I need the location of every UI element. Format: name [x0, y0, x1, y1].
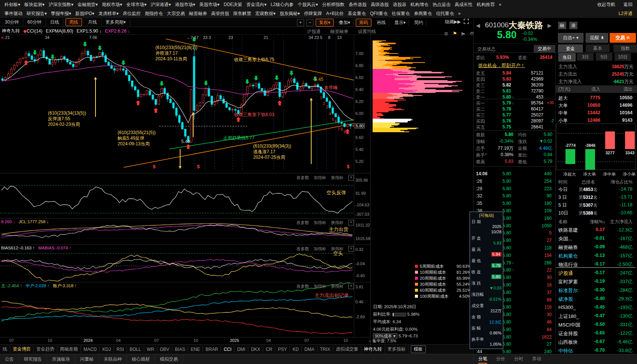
panel-tool-改参数[interactable]: 改参数 — [297, 283, 309, 289]
nav-item[interactable]: 龙虎榜单▾ — [98, 10, 119, 17]
indicator-tab-CCI[interactable]: CCI — [221, 346, 234, 353]
sector-name[interactable]: HS300_ — [558, 304, 576, 310]
tab-资金[interactable]: 资金 — [558, 45, 583, 53]
fund-battle-panel[interactable] — [0, 282, 354, 337]
period-tab-30分钟[interactable]: 30分钟 — [1, 18, 23, 26]
nav-item[interactable]: 热点追击 — [433, 1, 451, 8]
panel-tool-加指标[interactable]: 加指标 — [314, 246, 326, 252]
indicator-tab-KD[interactable]: KD — [290, 346, 302, 353]
add-watchlist-button[interactable]: 自选+ ▾ — [558, 33, 583, 43]
panel-tool-改参数[interactable]: 改参数 — [297, 246, 309, 252]
indicator-tab-虚拟成交量[interactable]: 虚拟成交量 — [333, 345, 361, 353]
indicator-tab-模板[interactable]: 模板 — [411, 345, 426, 353]
close-panel-icon[interactable]: × — [348, 246, 354, 252]
nav-item[interactable]: 宏观数据▾ — [255, 10, 276, 17]
period-tab-60分钟[interactable]: 60分钟 — [23, 18, 46, 26]
indicator-tab-PSY[interactable]: PSY — [275, 346, 290, 353]
panel-tool-加指标[interactable]: 加指标 — [314, 283, 326, 289]
sector-col-header[interactable]: 涨幅%↓ — [590, 219, 605, 225]
period-tab-周线[interactable]: 周线 — [66, 18, 82, 26]
panel-tool-改参数[interactable]: 改参数 — [297, 220, 309, 225]
indicator-tab-更多指标[interactable]: 更多指标 — [385, 345, 409, 353]
overlay-link[interactable]: 融资融券 — [330, 28, 348, 35]
nav-item[interactable]: DDE决策 — [224, 1, 242, 8]
nav-item[interactable]: 科创板▾ — [4, 1, 20, 8]
nav-item[interactable]: 停牌复牌 — [304, 10, 322, 17]
period-tab-月线[interactable]: 月线 — [84, 18, 101, 26]
indicator-tab-神奇九转[interactable]: 神奇九转 — [361, 345, 385, 353]
l2-open-link[interactable]: L2开通 — [619, 10, 633, 17]
level-price[interactable]: 5.83 — [490, 76, 511, 82]
nav-item[interactable]: 金融期货▾ — [78, 1, 98, 8]
orderbook-level[interactable]: 卖二 — [476, 88, 485, 95]
indicator-tab-DMI[interactable]: DMI — [234, 346, 248, 353]
overlay-link[interactable]: 沪股通 — [307, 28, 321, 35]
close-panel-icon[interactable]: × — [348, 220, 354, 225]
indicator-tab-DKX[interactable]: DKX — [248, 346, 263, 353]
sector-name[interactable]: 证金持股 — [558, 330, 578, 337]
nav-item[interactable]: 选股器 — [393, 1, 406, 8]
indicator-tab-BRAR[interactable]: BRAR — [203, 346, 221, 353]
bottom-tab-研究报告[interactable]: 研究报告 — [19, 355, 47, 364]
nav-item[interactable]: 条件选股 — [349, 1, 367, 8]
close-panel-icon[interactable]: × — [348, 175, 354, 181]
next-stock-icon[interactable]: ▶ — [547, 22, 552, 28]
nav-item[interactable]: 券商重仓 — [414, 10, 432, 17]
nav-item[interactable]: 沪深京指数▾ — [49, 1, 73, 8]
nav-item[interactable]: 基金重仓 — [348, 10, 366, 17]
indicator-tab-ENE[interactable]: ENE — [188, 346, 203, 353]
nav-item[interactable]: 信托重仓 — [436, 10, 454, 17]
nav-item[interactable]: 机构推荐 — [477, 1, 495, 8]
nav-item[interactable]: 社保重仓 — [392, 10, 410, 17]
zoom-in-button[interactable]: + — [297, 19, 304, 26]
bottom-tab-公告[interactable]: 公告 — [0, 355, 19, 364]
tick-tab-分笔[interactable]: 分笔 — [478, 356, 487, 364]
panel-tool-换指标[interactable]: 换指标 — [331, 220, 343, 225]
nav-item[interactable]: 收起导航 — [597, 1, 615, 8]
nav-item[interactable]: » — [499, 2, 501, 7]
bottom-tab-问董秘[interactable]: 问董秘 — [75, 355, 99, 364]
panel-tool-换指标[interactable]: 换指标 — [331, 283, 343, 289]
orderbook-level[interactable]: 买三 — [476, 112, 485, 119]
nav-item[interactable]: 股东揭秘▾ — [280, 10, 300, 17]
level-price[interactable]: 5.75 — [490, 124, 511, 130]
nav-item[interactable]: 新股IPO▾ — [75, 10, 94, 17]
orderbook-level[interactable]: 买二 — [476, 106, 485, 113]
nav-item[interactable]: 研究报告▾ — [27, 10, 47, 17]
tab-指数[interactable]: 指数 — [613, 45, 637, 52]
nav-item[interactable]: 大宗交易 — [167, 10, 185, 17]
sector-name[interactable]: 富时罗素 — [558, 279, 578, 285]
nav-item[interactable]: 限售解禁 — [233, 10, 251, 17]
level-price[interactable]: 5.82 — [490, 82, 511, 88]
sector-name[interactable]: 破净股 — [558, 296, 573, 303]
indicator-tab-BOLL[interactable]: BOLL — [127, 346, 144, 353]
orderbook-level[interactable]: 卖三 — [476, 82, 485, 89]
toolbar-button[interactable]: 显示▾ — [391, 19, 409, 26]
nav-item[interactable]: 融资融券 — [189, 10, 207, 17]
nav-item[interactable]: 板块监测▾ — [24, 1, 45, 8]
orderbook-level[interactable]: 买一 — [476, 100, 485, 107]
nav-item[interactable]: 沪深港通▾ — [151, 1, 171, 8]
indicator-tab-资金趋势[interactable]: 资金趋势 — [34, 345, 57, 353]
bottom-tab-所属板块[interactable]: 所属板块 — [47, 355, 75, 364]
open-account-link[interactable]: 抓住机会，即刻开户！ — [478, 63, 525, 69]
bottom-tab-模拟交易[interactable]: 模拟交易 — [155, 355, 183, 364]
hide-button[interactable]: 隐藏▶▶ — [445, 19, 461, 25]
orderbook-level[interactable]: 买五 — [476, 124, 485, 131]
nav-item[interactable]: 期权市场▾ — [102, 1, 122, 8]
funds-tab-3日[interactable]: 3日 — [577, 53, 594, 61]
sector-name[interactable]: 融资融券 — [558, 244, 578, 251]
sector-name[interactable]: 标准普尔 — [558, 287, 578, 294]
prev-stock-icon[interactable]: ◀ — [476, 22, 480, 28]
nav-item[interactable]: 机构增仓 — [410, 1, 428, 8]
trade-button[interactable]: 交易 — [610, 33, 636, 43]
tick-tab-分价[interactable]: 分价 — [496, 356, 505, 364]
nav-item[interactable]: L2核心内参 — [271, 1, 294, 8]
panel-tool-加指标[interactable]: 加指标 — [314, 175, 326, 181]
toolbar-button[interactable]: 简约 — [411, 19, 427, 26]
sector-name[interactable]: 铁路基建 — [558, 227, 578, 234]
indicator-tab-MACD[interactable]: MACD — [81, 346, 100, 353]
toolbar-button[interactable]: 画线 — [374, 19, 389, 26]
level-price[interactable]: 5.79 — [490, 100, 511, 106]
cost-range-select[interactable]: 90%成本 ▾ 5.79~6.73 — [373, 333, 418, 339]
